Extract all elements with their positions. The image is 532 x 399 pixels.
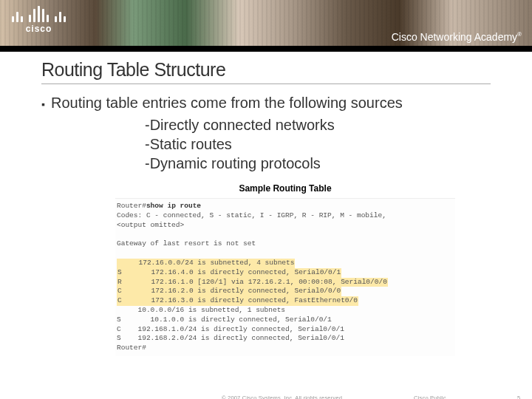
- sub-list: -Directly connected networks -Static rou…: [145, 115, 491, 173]
- term-line-highlight: 172.16.0.0/24 is subnetted, 4 subnets: [117, 259, 295, 268]
- term-line: 10.0.0.0/16 is subnetted, 1 subnets: [117, 306, 285, 314]
- term-line: Router#show ip route: [117, 202, 201, 210]
- sub-item: -Directly connected networks: [145, 115, 491, 134]
- cisco-logo-text: cisco: [26, 24, 52, 34]
- term-line: S 192.168.2.0/24 is directly connected, …: [117, 334, 344, 342]
- term-line: Codes: C - connected, S - static, I - IG…: [117, 211, 386, 219]
- routing-table-figure: Sample Routing Table Router#show ip rout…: [115, 183, 455, 356]
- header-banner: cisco Cisco Networking Academy®: [0, 0, 532, 52]
- term-line-highlight: R 172.16.1.0 [120/1] via 172.16.2.1, 00:…: [117, 278, 388, 287]
- terminal-output: Router#show ip route Codes: C - connecte…: [115, 198, 455, 356]
- term-line: Gateway of last resort is not set: [117, 239, 256, 248]
- bullet-icon: ▪: [41, 95, 45, 114]
- slide-content: Routing Table Structure ▪ Routing table …: [0, 52, 532, 356]
- term-line-highlight: S 172.16.4.0 is directly connected, Seri…: [117, 268, 341, 278]
- bullet-row: ▪ Routing table entries come from the fo…: [41, 95, 491, 114]
- term-line: C 192.168.1.0/24 is directly connected, …: [117, 325, 344, 333]
- footer-copyright: © 2007 Cisco Systems, Inc. All rights re…: [222, 395, 344, 399]
- term-line: Router#: [117, 344, 146, 352]
- term-line: <output omitted>: [117, 221, 184, 229]
- footer-label: Cisco Public: [414, 395, 446, 399]
- cisco-logo-bars-icon: [12, 6, 66, 22]
- sub-item: -Static routes: [145, 134, 491, 154]
- figure-title: Sample Routing Table: [115, 183, 455, 194]
- cisco-logo: cisco: [12, 6, 66, 34]
- footer-page-number: 5: [517, 395, 520, 399]
- term-line-highlight: C 172.16.2.0 is directly connected, Seri…: [117, 287, 341, 296]
- term-line: S 10.1.0.0 is directly connected, Serial…: [117, 316, 332, 324]
- bullet-text: Routing table entries come from the foll…: [51, 95, 403, 112]
- term-line-highlight: C 172.16.3.0 is directly connected, Fast…: [117, 296, 358, 306]
- slide-title: Routing Table Structure: [41, 59, 491, 84]
- academy-label: Cisco Networking Academy®: [392, 31, 522, 43]
- sub-item: -Dynamic routing protocols: [145, 154, 491, 173]
